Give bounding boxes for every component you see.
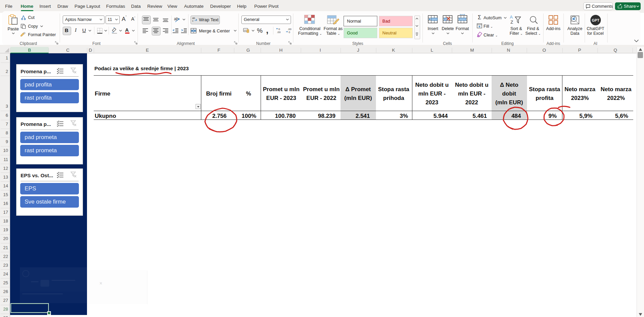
svg-text:cc: cc bbox=[244, 29, 247, 32]
svg-text:0: 0 bbox=[289, 31, 290, 34]
svg-text:ab: ab bbox=[174, 17, 179, 21]
svg-text:0: 0 bbox=[279, 28, 280, 31]
svg-text:Z: Z bbox=[510, 20, 513, 24]
svg-text:.00: .00 bbox=[288, 28, 292, 31]
svg-text:.00: .00 bbox=[277, 31, 281, 34]
svg-text:c: c bbox=[192, 19, 194, 22]
svg-text:A: A bbox=[510, 15, 513, 20]
